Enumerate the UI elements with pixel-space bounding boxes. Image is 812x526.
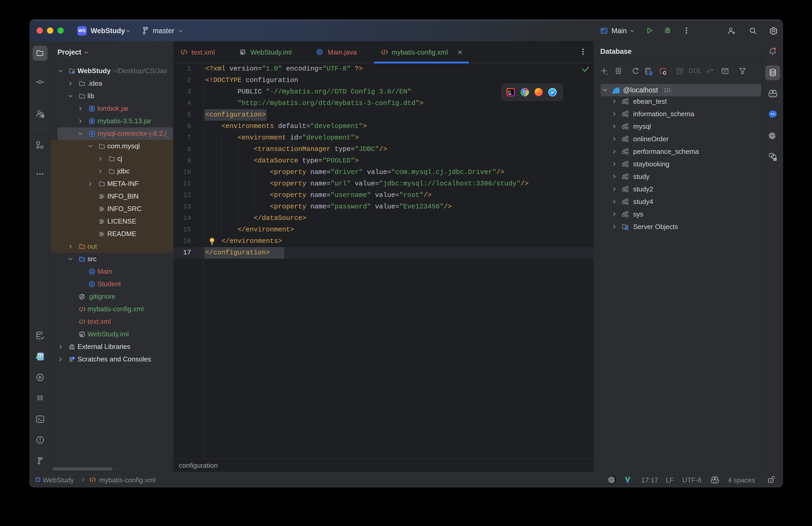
svg-text:IJ: IJ <box>508 90 511 94</box>
svg-text:C: C <box>91 282 93 286</box>
svg-text:C: C <box>91 270 93 274</box>
svg-text:C: C <box>318 50 321 54</box>
svg-text:?: ? <box>42 115 44 118</box>
